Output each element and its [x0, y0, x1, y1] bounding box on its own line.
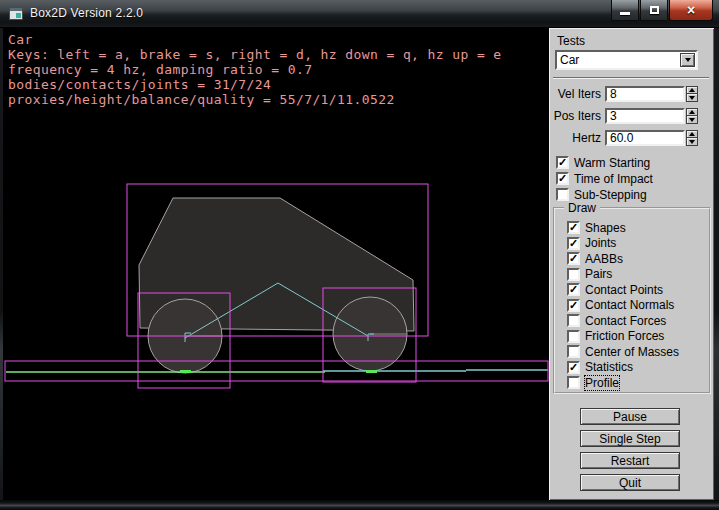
minimize-icon — [620, 12, 630, 15]
canvas-info-text: CarKeys: left = a, brake = s, right = d,… — [8, 32, 502, 107]
canvas-info-line: Car — [8, 32, 502, 47]
arrow-up-icon — [689, 132, 695, 136]
title-bar[interactable]: Box2D Version 2.2.0 × — [0, 0, 719, 28]
checkbox-label: AABBs — [585, 252, 623, 266]
maximize-button[interactable] — [640, 0, 668, 21]
checkbox-label: Pairs — [585, 267, 612, 281]
checkbox-shapes[interactable]: ✓Shapes — [567, 221, 709, 234]
pos-iters-input[interactable]: 3 — [605, 108, 685, 124]
single-step-button[interactable]: Single Step — [580, 430, 680, 447]
checkbox-friction-forces[interactable]: Friction Forces — [567, 330, 709, 343]
hertz-up-button[interactable] — [686, 130, 698, 138]
checked-checkbox-icon[interactable]: ✓ — [556, 156, 569, 169]
checkbox-label: Center of Masses — [585, 345, 679, 359]
checkbox-joints[interactable]: ✓Joints — [567, 237, 709, 250]
vel-iters-down-button[interactable] — [686, 94, 698, 102]
draw-group-legend: Draw — [564, 201, 600, 215]
window-frame-left — [0, 28, 3, 500]
quit-button[interactable]: Quit — [580, 474, 680, 491]
canvas-info-line: proxies/height/balance/quality = 55/7/1/… — [8, 92, 502, 107]
checked-checkbox-icon[interactable]: ✓ — [567, 361, 580, 374]
window-frame-right — [714, 28, 719, 500]
unchecked-checkbox-icon[interactable] — [567, 314, 580, 327]
close-button[interactable]: × — [669, 0, 713, 21]
arrow-up-icon — [689, 110, 695, 114]
arrow-down-icon — [689, 118, 695, 122]
canvas-info-line: frequency = 4 hz, damping ratio = 0.7 — [8, 62, 502, 77]
unchecked-checkbox-icon[interactable] — [567, 330, 580, 343]
vel-iters-input[interactable]: 8 — [605, 86, 685, 102]
checked-checkbox-icon[interactable]: ✓ — [567, 237, 580, 250]
checkbox-contact-points[interactable]: ✓Contact Points — [567, 283, 709, 296]
checked-checkbox-icon[interactable]: ✓ — [567, 221, 580, 234]
pos-iters-stepper — [686, 108, 698, 124]
vel-iters-label: Vel Iters — [558, 87, 601, 101]
hertz-stepper — [686, 130, 698, 146]
vel-iters-stepper — [686, 86, 698, 102]
checkbox-label: Joints — [585, 236, 616, 250]
hertz-down-button[interactable] — [686, 138, 698, 146]
checkbox-label: Warm Starting — [574, 156, 650, 170]
simulation-canvas[interactable]: CarKeys: left = a, brake = s, right = d,… — [3, 28, 549, 500]
separator — [553, 77, 709, 79]
vel-iters-up-button[interactable] — [686, 86, 698, 94]
checked-checkbox-icon[interactable]: ✓ — [567, 299, 580, 312]
close-icon: × — [687, 3, 695, 17]
checkbox-pairs[interactable]: Pairs — [567, 268, 709, 281]
checkbox-label: Statistics — [585, 360, 633, 374]
checkbox-label: Time of Impact — [574, 172, 653, 186]
control-panel: Tests Car Vel Iters8Pos Iters3Hertz60.0 … — [549, 28, 714, 500]
checkbox-sub-stepping[interactable]: Sub-Stepping — [556, 188, 653, 201]
restart-button[interactable]: Restart — [580, 452, 680, 469]
test-select-dropdown[interactable]: Car — [555, 50, 698, 70]
checkbox-warm-starting[interactable]: ✓Warm Starting — [556, 156, 653, 169]
checkbox-label: Contact Points — [585, 283, 663, 297]
unchecked-checkbox-icon[interactable] — [556, 188, 569, 201]
contact-point — [366, 370, 377, 373]
spinner-row-pos-iters: Pos Iters3 — [549, 108, 698, 124]
pause-button[interactable]: Pause — [580, 408, 680, 425]
hertz-label: Hertz — [572, 131, 601, 145]
canvas-info-line: bodies/contacts/joints = 31/7/24 — [8, 77, 502, 92]
draw-checkboxes: ✓Shapes✓Joints✓AABBsPairs✓Contact Points… — [555, 209, 709, 389]
window-title: Box2D Version 2.2.0 — [30, 6, 143, 20]
pos-iters-up-button[interactable] — [686, 108, 698, 116]
window-frame-bottom — [0, 500, 719, 510]
checkbox-aabbs[interactable]: ✓AABBs — [567, 252, 709, 265]
checkbox-contact-normals[interactable]: ✓Contact Normals — [567, 299, 709, 312]
spinner-row-vel-iters: Vel Iters8 — [549, 86, 698, 102]
draw-group: Draw ✓Shapes✓Joints✓AABBsPairs✓Contact P… — [553, 207, 711, 394]
unchecked-checkbox-icon[interactable] — [567, 268, 580, 281]
checkbox-label: Contact Forces — [585, 314, 666, 328]
arrow-up-icon — [689, 88, 695, 92]
test-select-value: Car — [557, 53, 680, 67]
maximize-icon — [650, 6, 659, 14]
spinners: Vel Iters8Pos Iters3Hertz60.0 — [549, 86, 698, 152]
dropdown-arrow-button[interactable] — [680, 53, 695, 67]
checkbox-label: Sub-Stepping — [574, 188, 647, 202]
minimize-button[interactable] — [611, 0, 639, 21]
checked-checkbox-icon[interactable]: ✓ — [567, 252, 580, 265]
checkbox-center-of-masses[interactable]: Center of Masses — [567, 345, 709, 358]
unchecked-checkbox-icon[interactable] — [567, 345, 580, 358]
action-buttons: PauseSingle StepRestartQuit — [580, 408, 680, 496]
arrow-down-icon — [689, 140, 695, 144]
hertz-input[interactable]: 60.0 — [605, 130, 685, 146]
unchecked-checkbox-icon[interactable] — [567, 376, 580, 389]
checkbox-profile[interactable]: Profile — [567, 376, 709, 389]
solver-checkboxes: ✓Warm Starting✓Time of ImpactSub-Steppin… — [556, 156, 653, 204]
pos-iters-down-button[interactable] — [686, 116, 698, 124]
spinner-row-hertz: Hertz60.0 — [549, 130, 698, 146]
checked-checkbox-icon[interactable]: ✓ — [556, 172, 569, 185]
app-window: Box2D Version 2.2.0 × CarKeys: left = a,… — [0, 0, 719, 510]
checkbox-contact-forces[interactable]: Contact Forces — [567, 314, 709, 327]
checkbox-time-of-impact[interactable]: ✓Time of Impact — [556, 172, 653, 185]
canvas-info-line: Keys: left = a, brake = s, right = d, hz… — [8, 47, 502, 62]
checkbox-label: Shapes — [585, 221, 626, 235]
app-icon — [9, 7, 23, 20]
checkbox-label: Contact Normals — [585, 298, 674, 312]
arrow-down-icon — [689, 96, 695, 100]
checkbox-statistics[interactable]: ✓Statistics — [567, 361, 709, 374]
checked-checkbox-icon[interactable]: ✓ — [567, 283, 580, 296]
chevron-down-icon — [685, 58, 691, 62]
